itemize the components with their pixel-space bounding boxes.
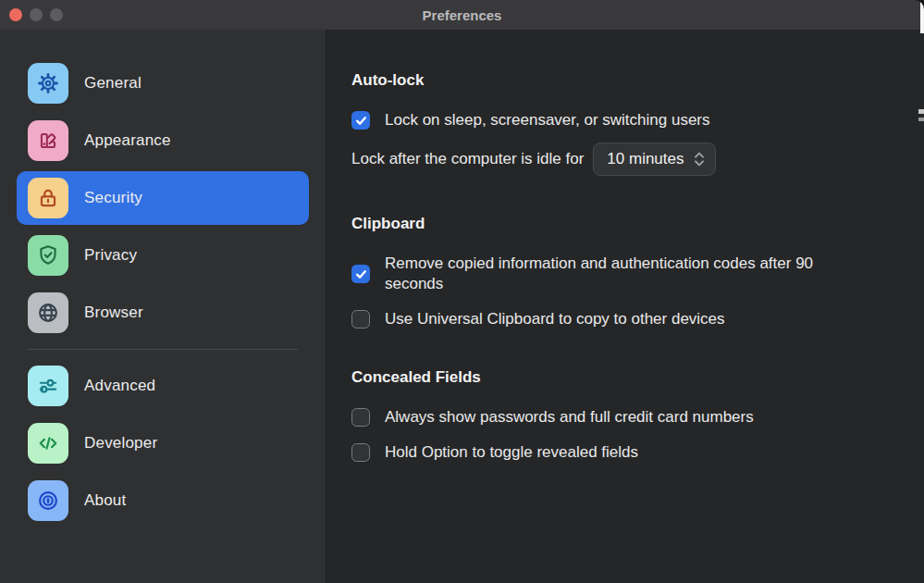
sidebar-item-label: Privacy	[84, 246, 137, 265]
section-auto-lock: Auto-lock Lock on sleep, screensaver, or…	[351, 71, 887, 176]
preferences-window: Preferences General	[0, 0, 924, 583]
sidebar-item-label: Advanced	[84, 377, 155, 395]
sidebar-item-general[interactable]: General	[17, 56, 309, 110]
section-clipboard: Clipboard Remove copied information and …	[351, 215, 887, 329]
code-icon	[28, 423, 68, 464]
zoom-button[interactable]	[50, 8, 63, 21]
security-settings-pane: Auto-lock Lock on sleep, screensaver, or…	[326, 30, 924, 583]
sidebar-item-browser[interactable]: Browser	[17, 286, 309, 340]
sidebar-item-label: Developer	[84, 434, 157, 453]
checkbox-universal-clipboard[interactable]	[351, 310, 370, 329]
section-heading: Auto-lock	[351, 71, 887, 90]
sidebar-item-about[interactable]: About	[17, 474, 309, 527]
checkbox-label: Remove copied information and authentica…	[385, 254, 813, 294]
minimize-button[interactable]	[30, 8, 43, 21]
setting-hold-option: Hold Option to toggle revealed fields	[351, 442, 887, 463]
sliders-icon	[28, 366, 68, 406]
checkbox-label: Lock on sleep, screensaver, or switching…	[385, 110, 710, 130]
sidebar-item-label: About	[84, 491, 126, 510]
checkbox-always-show[interactable]	[351, 408, 370, 427]
lock-icon	[28, 178, 68, 218]
sidebar-item-label: Browser	[84, 304, 143, 322]
window-controls	[0, 8, 63, 21]
checkbox-label: Use Universal Clipboard to copy to other…	[385, 309, 725, 329]
idle-timeout-select[interactable]: 10 minutes	[593, 143, 715, 176]
swatches-icon	[28, 120, 68, 161]
checkbox-lock-on-sleep[interactable]	[351, 111, 370, 130]
globe-icon	[28, 292, 68, 333]
checkbox-hold-option[interactable]	[351, 443, 370, 462]
gear-icon	[28, 63, 68, 104]
checkbox-remove-copied[interactable]	[351, 265, 370, 283]
background-window-sliver	[920, 0, 924, 33]
background-window-artifact	[918, 109, 924, 114]
sidebar-item-advanced[interactable]: Advanced	[17, 359, 309, 413]
sidebar: General Appearance	[0, 30, 326, 583]
idle-timeout-label: Lock after the computer is idle for	[351, 149, 584, 169]
setting-lock-on-sleep: Lock on sleep, screensaver, or switching…	[351, 110, 887, 130]
setting-universal-clipboard: Use Universal Clipboard to copy to other…	[351, 309, 887, 329]
close-button[interactable]	[9, 8, 22, 21]
setting-always-show: Always show passwords and full credit ca…	[351, 407, 887, 428]
idle-timeout-value: 10 minutes	[607, 150, 684, 168]
checkbox-label: Hold Option to toggle revealed fields	[385, 442, 638, 463]
checkbox-label: Always show passwords and full credit ca…	[385, 407, 754, 428]
chevron-up-down-icon	[693, 150, 706, 168]
sidebar-item-security[interactable]: Security	[17, 171, 309, 225]
sidebar-item-privacy[interactable]: Privacy	[17, 229, 309, 282]
section-concealed-fields: Concealed Fields Always show passwords a…	[351, 368, 887, 463]
setting-remove-copied: Remove copied information and authentica…	[351, 254, 887, 294]
background-window-artifact	[918, 118, 924, 121]
window-title: Preferences	[0, 7, 924, 23]
setting-idle-timeout: Lock after the computer is idle for 10 m…	[351, 143, 887, 176]
shield-check-icon	[28, 235, 68, 276]
section-heading: Concealed Fields	[351, 368, 887, 387]
onepassword-logo-icon	[28, 480, 68, 521]
sidebar-item-label: Security	[84, 189, 142, 207]
titlebar: Preferences	[0, 0, 924, 30]
sidebar-divider	[28, 349, 298, 350]
sidebar-item-label: Appearance	[84, 131, 171, 150]
section-heading: Clipboard	[351, 215, 887, 233]
sidebar-item-developer[interactable]: Developer	[17, 416, 309, 470]
sidebar-item-label: General	[84, 74, 142, 93]
sidebar-item-appearance[interactable]: Appearance	[17, 114, 309, 167]
